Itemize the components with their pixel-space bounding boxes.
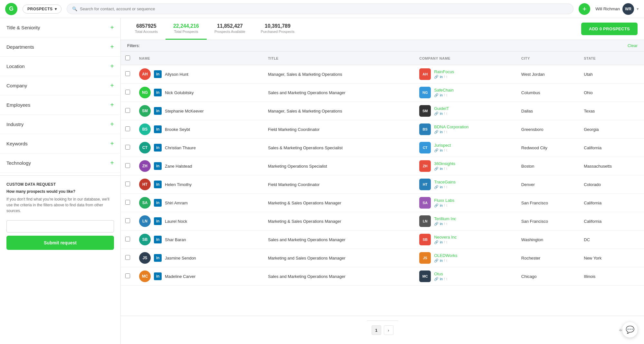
link-icon[interactable]: 🔗: [434, 112, 439, 116]
facebook-icon[interactable]: f: [444, 93, 445, 97]
filter-item-title-seniority[interactable]: Title & Seniority+: [0, 18, 120, 37]
facebook-icon[interactable]: f: [444, 277, 445, 281]
prospect-name[interactable]: Christian Thaure: [165, 145, 196, 150]
facebook-icon[interactable]: f: [444, 130, 445, 134]
company-name[interactable]: Neovera Inc: [434, 235, 457, 240]
search-input[interactable]: [80, 6, 568, 11]
submit-request-button[interactable]: Submit request: [6, 236, 114, 250]
twitter-icon[interactable]: t: [446, 130, 447, 134]
prospect-name[interactable]: Shar Baran: [165, 237, 186, 242]
linkedin-company-icon[interactable]: in: [440, 203, 443, 208]
facebook-icon[interactable]: f: [444, 75, 445, 79]
twitter-icon[interactable]: t: [446, 148, 447, 152]
row-checkbox[interactable]: [125, 218, 130, 223]
twitter-icon[interactable]: t: [446, 112, 447, 116]
linkedin-company-icon[interactable]: in: [440, 130, 443, 134]
facebook-icon[interactable]: f: [444, 259, 445, 263]
company-name[interactable]: SafeChain: [434, 88, 454, 93]
stat-item-prospects-available[interactable]: 11,852,427Prospects Available: [207, 18, 253, 40]
add-button[interactable]: +: [579, 3, 590, 15]
row-checkbox[interactable]: [125, 182, 130, 186]
linkedin-icon[interactable]: in: [154, 125, 162, 133]
company-name[interactable]: Fluxx Labs: [434, 198, 454, 203]
company-name[interactable]: OLEDWorks: [434, 253, 457, 258]
link-icon[interactable]: 🔗: [434, 167, 439, 171]
company-name[interactable]: TraceGains: [434, 180, 456, 184]
logo[interactable]: G: [5, 3, 17, 15]
prospect-name[interactable]: Jasmine Sendon: [165, 256, 196, 260]
linkedin-company-icon[interactable]: in: [440, 112, 443, 116]
chat-bubble[interactable]: 💬: [622, 322, 638, 338]
linkedin-icon[interactable]: in: [154, 70, 162, 78]
prospect-name[interactable]: Allyson Hunt: [165, 72, 188, 77]
twitter-icon[interactable]: t: [446, 222, 447, 226]
filter-item-company[interactable]: Company+: [0, 76, 120, 95]
twitter-icon[interactable]: t: [446, 240, 447, 244]
company-name[interactable]: Jurispect: [434, 143, 451, 148]
link-icon[interactable]: 🔗: [434, 259, 439, 263]
linkedin-company-icon[interactable]: in: [440, 75, 443, 79]
prospect-name[interactable]: Brooke Seybt: [165, 127, 190, 132]
linkedin-icon[interactable]: in: [154, 272, 162, 280]
twitter-icon[interactable]: t: [446, 259, 447, 263]
linkedin-company-icon[interactable]: in: [440, 240, 443, 244]
row-checkbox[interactable]: [125, 90, 130, 94]
row-checkbox[interactable]: [125, 163, 130, 168]
company-name[interactable]: Terillium Inc: [434, 216, 456, 221]
row-checkbox[interactable]: [125, 255, 130, 260]
linkedin-company-icon[interactable]: in: [440, 222, 443, 226]
twitter-icon[interactable]: t: [446, 75, 447, 79]
prospect-name[interactable]: Stephanie McKeever: [165, 109, 204, 113]
twitter-icon[interactable]: t: [446, 167, 447, 171]
link-icon[interactable]: 🔗: [434, 203, 439, 208]
linkedin-icon[interactable]: in: [154, 254, 162, 262]
twitter-icon[interactable]: t: [446, 93, 447, 97]
facebook-icon[interactable]: f: [444, 148, 445, 152]
stat-item-total-accounts[interactable]: 6857925Total Accounts: [127, 18, 166, 40]
prospect-name[interactable]: Laurel Nock: [165, 219, 187, 224]
link-icon[interactable]: 🔗: [434, 277, 439, 281]
clear-filters-link[interactable]: Clear: [628, 43, 638, 48]
linkedin-icon[interactable]: in: [154, 89, 162, 96]
twitter-icon[interactable]: t: [446, 277, 447, 281]
company-name[interactable]: Otus: [434, 271, 447, 276]
link-icon[interactable]: 🔗: [434, 222, 439, 226]
facebook-icon[interactable]: f: [444, 185, 445, 189]
linkedin-icon[interactable]: in: [154, 199, 162, 207]
prospect-name[interactable]: Shiri Amram: [165, 201, 188, 205]
row-checkbox[interactable]: [125, 126, 130, 131]
linkedin-company-icon[interactable]: in: [440, 259, 443, 263]
link-icon[interactable]: 🔗: [434, 130, 439, 134]
company-name[interactable]: RainFocus: [434, 69, 454, 74]
filter-item-industry[interactable]: Industry+: [0, 115, 120, 134]
facebook-icon[interactable]: f: [444, 240, 445, 244]
row-checkbox[interactable]: [125, 237, 130, 241]
facebook-icon[interactable]: f: [444, 167, 445, 171]
linkedin-company-icon[interactable]: in: [440, 167, 443, 171]
stat-item-purchased-prospects[interactable]: 10,391,789Purchased Prospects: [253, 18, 302, 40]
prospect-name[interactable]: Zane Halstead: [165, 164, 192, 169]
row-checkbox[interactable]: [125, 145, 130, 150]
filter-item-location[interactable]: Location+: [0, 57, 120, 76]
add-prospects-button[interactable]: ADD 0 PROSPECTS: [581, 23, 638, 35]
custom-data-input[interactable]: 50: [6, 220, 114, 232]
prospect-name[interactable]: Madeline Carver: [165, 274, 195, 279]
linkedin-icon[interactable]: in: [154, 162, 162, 170]
linkedin-company-icon[interactable]: in: [440, 185, 443, 189]
linkedin-icon[interactable]: in: [154, 107, 162, 115]
link-icon[interactable]: 🔗: [434, 148, 439, 152]
avatar[interactable]: WR: [622, 3, 634, 15]
company-name[interactable]: 360insights: [434, 161, 455, 166]
linkedin-icon[interactable]: in: [154, 144, 162, 152]
linkedin-icon[interactable]: in: [154, 236, 162, 243]
row-checkbox[interactable]: [125, 200, 130, 205]
link-icon[interactable]: 🔗: [434, 93, 439, 97]
link-icon[interactable]: 🔗: [434, 75, 439, 79]
prospect-name[interactable]: Nick Golubitsky: [165, 90, 194, 95]
company-name[interactable]: BDNA Corporation: [434, 124, 469, 129]
linkedin-icon[interactable]: in: [154, 181, 162, 188]
company-name[interactable]: GuideIT: [434, 106, 449, 111]
link-icon[interactable]: 🔗: [434, 240, 439, 244]
filter-item-keywords[interactable]: Keywords+: [0, 134, 120, 153]
row-checkbox[interactable]: [125, 108, 130, 113]
